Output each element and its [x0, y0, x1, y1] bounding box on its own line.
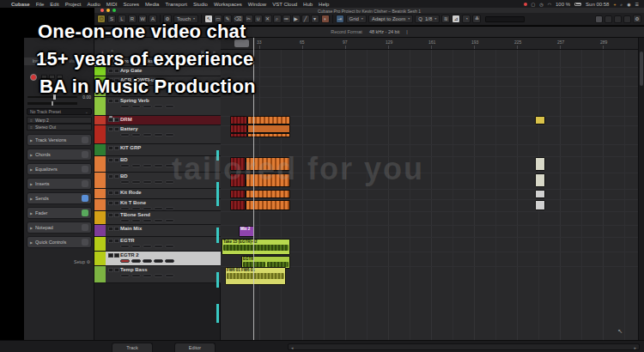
- midi-clip[interactable]: [230, 133, 247, 137]
- audio-alignment-icon[interactable]: ⊿: [452, 15, 460, 23]
- menu-scores[interactable]: Scores: [123, 2, 139, 7]
- toolbar-setup-gear-icon[interactable]: ⚙: [633, 15, 641, 23]
- solo-button[interactable]: [114, 127, 119, 131]
- mute-button[interactable]: [108, 127, 113, 131]
- track-control[interactable]: [143, 207, 152, 210]
- inspector-section-fader[interactable]: ▶Fader: [27, 207, 92, 219]
- track-control[interactable]: [131, 207, 141, 210]
- track-control[interactable]: [165, 207, 174, 210]
- track-control[interactable]: [165, 133, 174, 137]
- solo-button[interactable]: [114, 158, 119, 162]
- menu-hub[interactable]: Hub: [303, 2, 313, 7]
- inspector-section-inserts[interactable]: ▶Inserts: [27, 178, 92, 190]
- track-control[interactable]: [165, 219, 174, 222]
- track-control[interactable]: [120, 274, 130, 277]
- track-control[interactable]: [120, 245, 130, 248]
- track-control[interactable]: [143, 259, 152, 263]
- track-control[interactable]: [154, 164, 163, 167]
- menu-help[interactable]: Help: [319, 2, 329, 7]
- menu-file[interactable]: File: [36, 2, 45, 7]
- track-control[interactable]: [120, 133, 130, 137]
- track-control[interactable]: [143, 219, 152, 222]
- mute-button[interactable]: [108, 99, 113, 103]
- menu-transport[interactable]: Transport: [165, 2, 186, 7]
- color-menu-button[interactable]: ◗: [321, 15, 330, 23]
- solo-button[interactable]: [114, 174, 119, 179]
- menu-bar-clock[interactable]: Sun 00:58: [586, 2, 609, 7]
- track-control[interactable]: [154, 219, 163, 222]
- inspector-section-notepad[interactable]: ▶Notepad: [27, 222, 92, 234]
- mute-button[interactable]: [108, 201, 113, 205]
- small-clip[interactable]: [535, 173, 545, 187]
- vertical-scrollbar[interactable]: [638, 38, 644, 340]
- midi-clip[interactable]: [230, 116, 247, 124]
- menu-workspaces[interactable]: Workspaces: [214, 2, 242, 7]
- wifi-icon[interactable]: ◠: [548, 2, 551, 7]
- pan-control[interactable]: [27, 102, 77, 105]
- small-clip[interactable]: [535, 200, 545, 210]
- record-enable-button[interactable]: [30, 74, 37, 81]
- fw6-clip[interactable]: FW6 01 FW6 01: [225, 267, 286, 285]
- mute-button[interactable]: [108, 146, 113, 150]
- track-control[interactable]: [131, 180, 141, 184]
- solo-button[interactable]: [114, 118, 119, 122]
- solo-button[interactable]: [114, 239, 119, 243]
- tab-editor[interactable]: Editor: [174, 343, 216, 352]
- track-row-kit-rode[interactable]: Kit Rode: [94, 189, 221, 199]
- inspector-section-sends[interactable]: ▶Sends: [27, 192, 92, 204]
- track-row-egtr[interactable]: EGTR: [94, 237, 221, 252]
- track-row-tbone-send[interactable]: TBone Send: [94, 211, 221, 225]
- mute-button[interactable]: [108, 191, 113, 195]
- audio-warp-icon[interactable]: ≜: [472, 15, 481, 23]
- snap-toggle-button[interactable]: ⇥: [336, 15, 344, 23]
- track-control[interactable]: [154, 274, 163, 277]
- track-row-battery[interactable]: Battery: [94, 125, 221, 144]
- zone-options-button[interactable]: [623, 15, 631, 23]
- small-clip[interactable]: [535, 190, 545, 198]
- track-control[interactable]: [154, 133, 163, 137]
- glue-tool-icon[interactable]: ∪: [254, 15, 263, 23]
- midi-clip[interactable]: [246, 200, 290, 210]
- track-preset-dropdown[interactable]: No Track Preset⌄: [27, 108, 92, 115]
- menu-media[interactable]: Media: [145, 2, 159, 7]
- track-control[interactable]: [131, 274, 141, 277]
- track-control[interactable]: [154, 207, 163, 210]
- mute-button[interactable]: [108, 213, 113, 217]
- routing-input[interactable]: ≡Warp 2: [27, 117, 92, 124]
- comp-tool-icon[interactable]: ≔: [283, 15, 291, 23]
- track-control[interactable]: [131, 164, 141, 167]
- solo-button[interactable]: [114, 201, 119, 205]
- spotlight-icon[interactable]: ⌕: [620, 2, 623, 7]
- menu-vst-cloud[interactable]: VST Cloud: [272, 2, 297, 7]
- track-control[interactable]: [154, 245, 163, 248]
- mute-button[interactable]: [108, 239, 113, 243]
- event-display-area[interactable]: 336597129161193225257289321353 Mix 2Take…: [221, 38, 638, 340]
- solo-button[interactable]: [114, 253, 119, 258]
- routing-output[interactable]: ≡Stereo Out: [27, 124, 92, 130]
- track-control[interactable]: [154, 180, 163, 184]
- track-control[interactable]: [165, 274, 174, 277]
- small-clip[interactable]: [535, 116, 545, 124]
- midi-clip[interactable]: [230, 190, 246, 198]
- tab-track[interactable]: Track: [112, 343, 153, 352]
- quantize-panel-icon[interactable]: ≋: [441, 15, 450, 23]
- menu-midi[interactable]: MIDI: [106, 2, 118, 7]
- lower-zone-toggle-button[interactable]: [605, 15, 612, 23]
- mute-button[interactable]: [108, 158, 113, 162]
- track-row-temp-bass[interactable]: Temp Bass: [94, 266, 221, 283]
- track-control[interactable]: [120, 259, 130, 263]
- notification-center-icon[interactable]: ☰: [635, 2, 639, 7]
- grid-type-dropdown[interactable]: Grid▾: [346, 15, 367, 23]
- mute-button[interactable]: [108, 118, 113, 122]
- inspector-setup-link[interactable]: Setup ⚙: [74, 259, 90, 264]
- inspector-section-quick-controls[interactable]: ▶Quick Controls: [27, 236, 92, 248]
- track-row-spring-verb[interactable]: Spring Verb: [94, 97, 221, 116]
- menu-edit[interactable]: Edit: [50, 2, 58, 7]
- track-control[interactable]: [131, 219, 141, 222]
- color-tool-icon[interactable]: ▾: [311, 15, 319, 23]
- track-control[interactable]: [143, 245, 152, 248]
- plus-icon[interactable]: +: [613, 2, 616, 7]
- solo-button[interactable]: [114, 227, 119, 231]
- track-control[interactable]: [131, 245, 141, 248]
- track-control[interactable]: [165, 259, 174, 263]
